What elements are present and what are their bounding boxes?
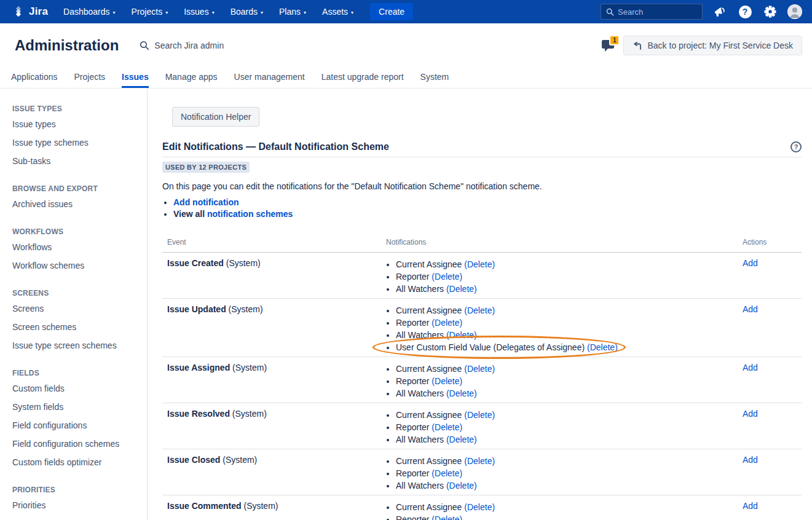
sidebar-item-sub-tasks[interactable]: Sub-tasks bbox=[12, 152, 140, 170]
add-notification-action[interactable]: Add bbox=[743, 258, 758, 268]
event-name: Issue Commented bbox=[167, 501, 242, 511]
content: ISSUE TYPESIssue typesIssue type schemes… bbox=[0, 89, 812, 520]
main-panel: Notification Helper Edit Notifications —… bbox=[148, 89, 812, 520]
delete-link[interactable]: (Delete) bbox=[446, 435, 477, 444]
nav-item-label: Plans bbox=[279, 7, 301, 17]
return-arrow-icon bbox=[633, 42, 642, 50]
sidebar-item-workflows[interactable]: Workflows bbox=[12, 238, 140, 256]
delete-link[interactable]: (Delete) bbox=[432, 272, 462, 282]
delete-link[interactable]: (Delete) bbox=[464, 410, 495, 420]
sidebar-item-screens[interactable]: Screens bbox=[12, 299, 140, 318]
notification-item: Current Assignee (Delete) bbox=[396, 455, 733, 467]
search-icon bbox=[140, 41, 149, 50]
delete-link[interactable]: (Delete) bbox=[432, 468, 462, 478]
table-row: Issue Closed (System)Current Assignee (D… bbox=[162, 449, 802, 495]
feedback-bubble-icon[interactable]: 1 bbox=[601, 39, 615, 52]
add-notification-action[interactable]: Add bbox=[743, 501, 758, 511]
intro-text: On this page you can edit the notificati… bbox=[162, 181, 802, 191]
delete-link[interactable]: (Delete) bbox=[446, 330, 477, 340]
delete-link[interactable]: (Delete) bbox=[432, 376, 462, 386]
sidebar-item-issue-type-screen-schemes[interactable]: Issue type screen schemes bbox=[12, 336, 140, 355]
event-name: Issue Assigned bbox=[167, 363, 230, 372]
announcement-megaphone-icon[interactable] bbox=[712, 4, 728, 20]
sidebar-item-archived-issues[interactable]: Archived issues bbox=[12, 195, 140, 213]
notification-item: All Watchers (Delete) bbox=[396, 433, 733, 446]
add-notification-action[interactable]: Add bbox=[743, 304, 758, 314]
create-button[interactable]: Create bbox=[370, 3, 413, 20]
sidebar-item-custom-fields-optimizer[interactable]: Custom fields optimizer bbox=[12, 453, 140, 471]
delete-link[interactable]: (Delete) bbox=[446, 388, 477, 398]
notification-helper-button[interactable]: Notification Helper bbox=[172, 107, 259, 127]
sidebar-item-field-configuration-schemes[interactable]: Field configuration schemes bbox=[12, 435, 140, 453]
user-avatar[interactable] bbox=[787, 4, 802, 19]
chevron-down-icon: ▾ bbox=[304, 9, 306, 15]
notification-item: Current Assignee (Delete) bbox=[396, 304, 733, 317]
delete-link[interactable]: (Delete) bbox=[432, 422, 462, 432]
sidebar-item-issue-types[interactable]: Issue types bbox=[12, 115, 140, 133]
notification-item: Reporter (Delete) bbox=[396, 467, 733, 479]
navbar-search[interactable] bbox=[601, 4, 703, 20]
sidebar-item-custom-fields[interactable]: Custom fields bbox=[12, 379, 140, 398]
navbar-search-input[interactable] bbox=[618, 7, 697, 17]
add-notification-action[interactable]: Add bbox=[743, 363, 758, 372]
tab-issues[interactable]: Issues bbox=[122, 72, 149, 88]
sidebar-item-issue-type-schemes[interactable]: Issue type schemes bbox=[12, 133, 140, 152]
event-type: (System) bbox=[243, 501, 278, 511]
sidebar-section-heading: PRIORITIES bbox=[12, 486, 140, 494]
add-notification-action[interactable]: Add bbox=[743, 455, 758, 465]
nav-item-dashboards[interactable]: Dashboards▾ bbox=[55, 0, 124, 23]
sidebar-section-heading: WORKFLOWS bbox=[12, 227, 140, 236]
delete-link[interactable]: (Delete) bbox=[446, 481, 477, 490]
delete-link[interactable]: (Delete) bbox=[464, 502, 495, 512]
table-row: Issue Assigned (System)Current Assignee … bbox=[162, 357, 802, 403]
sidebar-item-field-configurations[interactable]: Field configurations bbox=[12, 416, 140, 435]
delete-link[interactable]: (Delete) bbox=[587, 342, 618, 352]
notification-item: Current Assignee (Delete) bbox=[396, 501, 733, 513]
tab-manage-apps[interactable]: Manage apps bbox=[165, 72, 218, 88]
admin-search[interactable] bbox=[140, 41, 259, 50]
notification-schemes-link[interactable]: notification schemes bbox=[207, 209, 293, 219]
help-icon[interactable]: ? bbox=[737, 4, 753, 20]
delete-link[interactable]: (Delete) bbox=[464, 456, 495, 466]
add-notification-action[interactable]: Add bbox=[743, 409, 758, 419]
help-circle-icon[interactable]: ? bbox=[790, 141, 802, 152]
notification-item: All Watchers (Delete) bbox=[396, 479, 733, 492]
nav-item-issues[interactable]: Issues▾ bbox=[176, 0, 222, 23]
nav-item-assets[interactable]: Assets▾ bbox=[314, 0, 361, 23]
sidebar-item-workflow-schemes[interactable]: Workflow schemes bbox=[12, 256, 140, 275]
nav-item-projects[interactable]: Projects▾ bbox=[124, 0, 176, 23]
table-row: Issue Commented (System)Current Assignee… bbox=[162, 495, 802, 520]
tab-system[interactable]: System bbox=[420, 72, 449, 88]
tab-applications[interactable]: Applications bbox=[11, 72, 58, 88]
nav-item-label: Projects bbox=[132, 7, 163, 17]
admin-search-input[interactable] bbox=[154, 41, 259, 50]
tab-latest-upgrade-report[interactable]: Latest upgrade report bbox=[321, 72, 404, 88]
delete-link[interactable]: (Delete) bbox=[464, 364, 495, 374]
jira-brand[interactable]: Jira bbox=[7, 6, 55, 18]
nav-item-boards[interactable]: Boards▾ bbox=[223, 0, 271, 23]
back-button-label: Back to project: My First Service Desk bbox=[647, 41, 793, 50]
delete-link[interactable]: (Delete) bbox=[432, 318, 462, 328]
nav-item-label: Boards bbox=[231, 7, 258, 17]
sidebar-item-priorities[interactable]: Priorities bbox=[12, 496, 140, 514]
sidebar-item-screen-schemes[interactable]: Screen schemes bbox=[12, 318, 140, 336]
delete-link[interactable]: (Delete) bbox=[446, 284, 477, 294]
settings-gear-icon[interactable] bbox=[762, 4, 778, 20]
add-notification-link[interactable]: Add notification bbox=[173, 197, 239, 207]
intro-links: Add notification View all notification s… bbox=[162, 197, 802, 220]
sidebar-item-system-fields[interactable]: System fields bbox=[12, 398, 140, 416]
notification-item: Reporter (Delete) bbox=[396, 317, 733, 329]
tab-user-management[interactable]: User management bbox=[234, 72, 305, 88]
view-all-label: View all bbox=[173, 209, 205, 219]
chevron-down-icon: ▾ bbox=[261, 9, 263, 15]
delete-link[interactable]: (Delete) bbox=[432, 514, 462, 520]
delete-link[interactable]: (Delete) bbox=[464, 305, 495, 315]
back-to-project-button[interactable]: Back to project: My First Service Desk bbox=[623, 36, 802, 55]
event-type: (System) bbox=[229, 304, 263, 314]
delete-link[interactable]: (Delete) bbox=[464, 259, 495, 269]
sidebar-section-screens: SCREENSScreensScreen schemesIssue type s… bbox=[12, 289, 140, 355]
table-row: Issue Updated (System)Current Assignee (… bbox=[162, 299, 802, 357]
sidebar-section-heading: SCREENS bbox=[12, 289, 140, 297]
tab-projects[interactable]: Projects bbox=[74, 72, 106, 88]
nav-item-plans[interactable]: Plans▾ bbox=[271, 0, 314, 23]
